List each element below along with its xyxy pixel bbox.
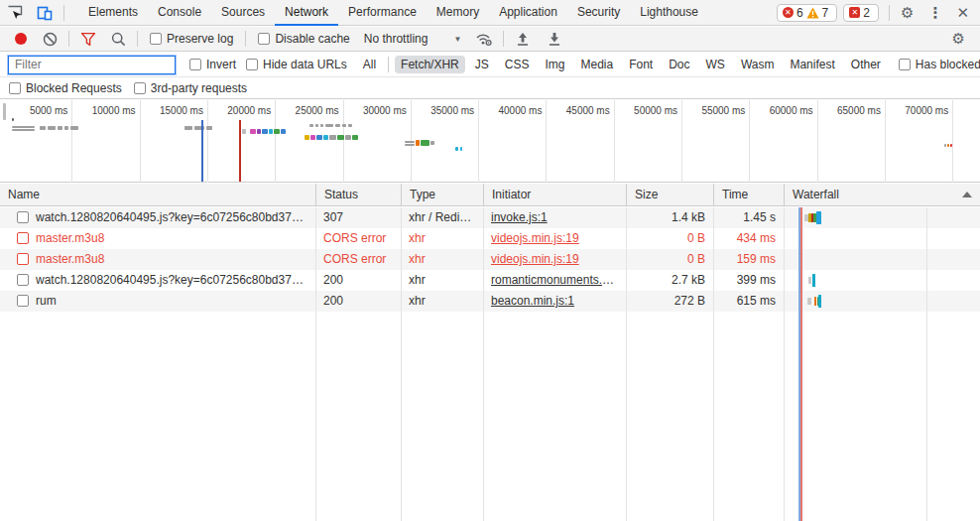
divider [889,5,890,21]
blocked-requests-checkbox[interactable]: Blocked Requests [9,81,122,95]
tab-console[interactable]: Console [148,0,211,26]
column-header-size[interactable]: Size [626,184,713,205]
column-header-time[interactable]: Time [713,184,784,205]
filter-pill-js[interactable]: JS [469,56,495,73]
column-header-status[interactable]: Status [315,184,401,205]
checkbox[interactable] [246,59,258,70]
overview-activity-mark [281,129,286,134]
overview-gridline [478,100,479,183]
filter-pill-other[interactable]: Other [845,56,887,73]
filter-pill-font[interactable]: Font [623,56,659,73]
overview-tick-label: 55000 ms [683,105,745,116]
request-row[interactable]: rum200xhrbeacon.min.js:1272 B615 ms [0,291,980,312]
import-har-icon[interactable] [514,30,532,48]
overview-activity-mark [325,124,333,127]
overview-activity-mark [305,135,309,140]
filter-pill-fetch-xhr[interactable]: Fetch/XHR [395,56,465,73]
close-devtools-icon[interactable]: ✕ [949,4,976,22]
checkbox[interactable] [258,33,270,45]
console-errors-warnings-badge[interactable]: ✕ 6 7 [777,4,837,22]
network-conditions-icon[interactable] [475,30,493,48]
column-header-name[interactable]: Name [0,184,315,205]
request-status: CORS error [315,228,401,249]
preserve-log-label: Preserve log [167,32,233,46]
request-status: 307 [315,207,401,228]
divider [388,57,389,72]
record-network-log-button[interactable] [15,33,27,45]
filter-funnel-icon[interactable] [79,30,97,48]
kebab-menu-icon[interactable]: ⋮ [920,4,949,22]
tab-security[interactable]: Security [567,0,630,26]
overview-activity-mark [262,129,268,134]
initiator-link[interactable]: romanticmonuments.co… [491,273,626,287]
overview-activity-mark [329,135,336,140]
column-header-waterfall[interactable]: Waterfall [784,184,980,205]
overview-tick-label: 30000 ms [345,105,407,116]
tab-lighthouse[interactable]: Lighthouse [630,0,708,26]
divider [245,31,246,47]
tab-elements[interactable]: Elements [78,0,148,26]
has-blocked-cookies-checkbox[interactable]: Has blocked cookies [899,58,980,71]
initiator-link[interactable]: beacon.min.js:1 [491,294,574,308]
divider [503,31,504,47]
waterfall-load-line [800,207,802,521]
filter-input[interactable] [8,56,176,74]
request-type: xhr [401,270,483,291]
column-header-type[interactable]: Type [401,184,483,205]
filter-pill-all[interactable]: All [357,56,382,73]
checkbox[interactable] [189,59,201,70]
checkbox[interactable] [150,33,162,45]
column-header-initiator[interactable]: Initiator [483,184,626,205]
initiator-link[interactable]: videojs.min.js:19 [491,252,579,266]
network-overview-timeline[interactable]: 5000 ms10000 ms15000 ms20000 ms25000 ms3… [0,100,980,183]
waterfall-gridline [926,207,927,521]
hide-data-urls-checkbox[interactable]: Hide data URLs [246,58,347,71]
request-size: 1.4 kB [626,207,713,228]
filter-pill-doc[interactable]: Doc [663,56,695,73]
request-row[interactable]: master.m3u8CORS errorxhrvideojs.min.js:1… [0,249,980,270]
tab-memory[interactable]: Memory [427,0,489,26]
filter-pill-css[interactable]: CSS [499,56,536,73]
request-row[interactable]: watch.1280820640495.js?key=6c07256c80bd3… [0,207,980,228]
throttling-dropdown[interactable]: No throttling ▼ [364,32,462,46]
inspect-element-icon[interactable] [6,4,24,22]
overview-gridline [681,100,682,183]
third-party-requests-checkbox[interactable]: 3rd-party requests [134,81,247,95]
request-row[interactable]: master.m3u8CORS errorxhrvideojs.min.js:1… [0,228,980,249]
settings-gear-icon[interactable]: ⚙ [894,4,920,22]
disable-cache-checkbox[interactable]: Disable cache [258,32,349,46]
issues-badge[interactable]: ✕ 2 [843,4,879,22]
initiator-link[interactable]: videojs.min.js:19 [491,231,579,245]
checkbox[interactable] [134,82,146,94]
overview-activity-mark [337,135,344,140]
tab-application[interactable]: Application [489,0,567,26]
divider [63,5,64,21]
error-count: 6 [796,6,803,20]
search-icon[interactable] [109,30,127,48]
filter-pill-media[interactable]: Media [574,56,619,73]
tab-network[interactable]: Network [275,0,338,26]
filter-pill-img[interactable]: Img [539,56,570,73]
invert-checkbox[interactable]: Invert [189,58,236,71]
checkbox[interactable] [9,82,21,94]
tab-sources[interactable]: Sources [211,0,275,26]
export-har-icon[interactable] [546,30,563,48]
filter-pill-manifest[interactable]: Manifest [784,56,840,73]
preserve-log-checkbox[interactable]: Preserve log [150,32,233,46]
network-settings-gear-icon[interactable]: ⚙ [945,30,972,48]
overview-tick-label: 35000 ms [413,105,474,116]
filter-pill-wasm[interactable]: Wasm [735,56,781,73]
column-border [713,207,714,521]
request-initiator: videojs.min.js:19 [483,228,626,249]
initiator-link[interactable]: invoke.js:1 [491,210,548,224]
checkbox[interactable] [899,59,911,70]
issue-count: 2 [863,6,870,20]
device-toolbar-icon[interactable] [36,4,54,22]
overview-gridline [140,100,141,183]
filter-pill-ws[interactable]: WS [700,56,731,73]
overview-gridline [275,100,276,183]
clear-network-log-icon[interactable] [41,30,59,48]
request-row[interactable]: watch.1280820640495.js?key=6c07256c80bd3… [0,270,980,291]
tab-performance[interactable]: Performance [338,0,427,26]
overview-activity-mark [70,126,78,130]
